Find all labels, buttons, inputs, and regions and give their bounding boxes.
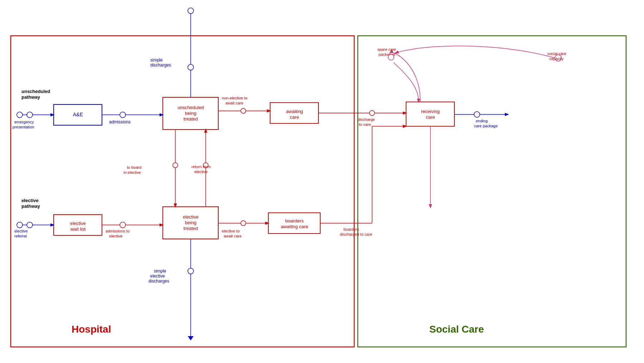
svg-text:discharges: discharges [148,279,169,284]
svg-text:pathway: pathway [21,203,40,209]
elective-referral-label: elective [14,229,28,233]
receiving-care-box [406,102,454,126]
social-care-capacity-label: social care [547,51,566,56]
svg-text:await care: await care [225,101,243,105]
svg-text:awaiting: awaiting [286,109,303,114]
svg-text:to care: to care [359,122,371,127]
discharge-to-care-label: discharge [358,117,375,122]
svg-text:referral: referral [14,234,27,238]
svg-text:being: being [185,111,196,116]
spare-packages-node [388,54,394,60]
simple-elective-discharges-label: simple [154,269,166,274]
emergency-presentation-label: emergency [14,120,34,124]
elective-await-valve [241,221,246,226]
svg-text:treated: treated [184,116,198,122]
svg-text:presentation: presentation [13,125,34,129]
elective-to-await-label: elective to [222,229,240,233]
simple-elective-discharges-valve [188,268,194,274]
elective-source [17,222,23,228]
ending-care-package-valve [474,112,480,117]
svg-text:being: being [185,220,196,225]
svg-text:elective: elective [109,234,122,238]
svg-text:unscheduled: unscheduled [177,105,204,110]
admissions-to-elective-label: admissions to [106,229,130,233]
svg-text:treated: treated [184,226,198,231]
svg-text:awaiting care: awaiting care [281,224,308,229]
to-board-label: to board [127,165,141,170]
svg-text:discharges: discharges [150,63,171,68]
svg-text:discharged to care: discharged to care [340,232,372,236]
hospital-boundary [11,36,354,347]
svg-text:wait list: wait list [70,226,86,232]
svg-text:await care: await care [224,234,241,238]
svg-text:capacity: capacity [549,57,564,61]
svg-text:boarders: boarders [285,218,304,224]
simple-discharges-label: simple [150,58,163,63]
elective-pathway-label: elective [21,198,39,203]
admissions-valve [120,112,126,118]
social-care-boundary [358,36,626,347]
non-elective-await-label: non-elective to [222,96,248,100]
svg-text:care: care [426,114,435,120]
svg-text:elective: elective [150,274,165,279]
boarders-discharged-label: boarders [343,227,359,231]
svg-text:receiving: receiving [421,109,440,114]
svg-text:elective: elective [194,170,208,174]
emergency-valve [27,112,33,118]
admissions-to-elective-valve [120,222,126,228]
svg-text:care: care [290,114,299,120]
svg-text:care package: care package [474,124,498,128]
return-from-elective-label: return from [191,165,211,169]
ending-care-package-label: ending [476,119,488,123]
spare-care-packages-label: spare care [377,47,396,51]
admissions-label: admissions [109,119,131,124]
emergency-source [17,112,23,118]
svg-text:elective: elective [70,221,86,226]
social-care-label: Social Care [429,324,484,335]
source-cloud [188,8,194,14]
elective-referral-valve [27,222,33,228]
ae-label: A&E [73,112,83,117]
hospital-label: Hospital [72,324,111,335]
unscheduled-pathway-label: unscheduled [21,89,50,94]
svg-text:in elective: in elective [123,170,141,175]
non-elective-await-valve [241,108,246,113]
diagram-container: Hospital Social Care unscheduled pathway… [0,0,644,363]
svg-text:elective: elective [183,214,199,220]
to-board-valve [173,163,178,168]
simple-discharges-valve [188,64,194,70]
svg-text:pathway: pathway [21,94,40,100]
sink-arrow [188,336,194,340]
discharge-to-care-valve [370,111,375,116]
